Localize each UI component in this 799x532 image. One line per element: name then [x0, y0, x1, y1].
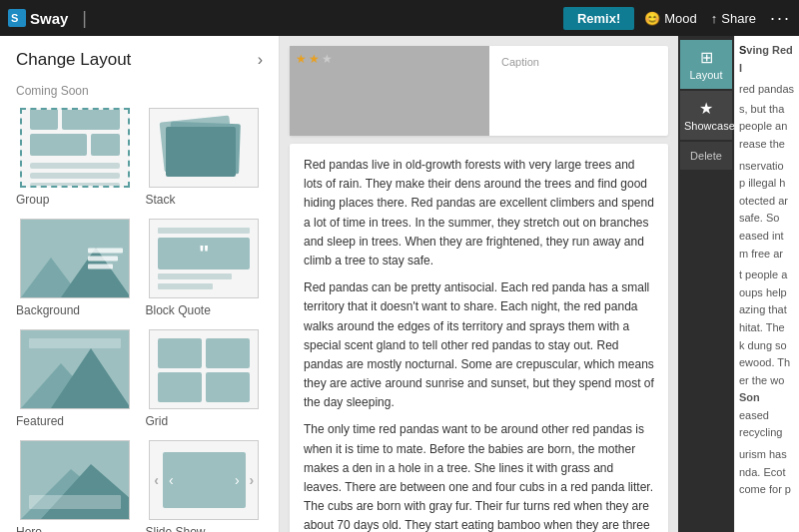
topbar-divider: |: [82, 8, 87, 29]
share-icon: ↑: [711, 11, 718, 26]
layout-action-button[interactable]: ⊞ Layout: [680, 40, 732, 89]
left-panel: Change Layout › Coming Soon Group: [0, 36, 280, 532]
mood-icon: 😊: [644, 11, 660, 26]
layout-item-grid[interactable]: Grid: [146, 329, 264, 428]
layout-thumb-hero[interactable]: [20, 440, 130, 520]
more-button[interactable]: ···: [770, 8, 791, 29]
layout-item-blockquote[interactable]: " Block Quote: [146, 219, 264, 317]
layout-label-group: Group: [16, 193, 49, 207]
content-scroll[interactable]: ★ ★ ★ Caption Red pandas live in old-gro…: [280, 36, 678, 532]
layout-label-hero: Hero: [16, 525, 42, 532]
layout-label-blockquote: Block Quote: [146, 303, 211, 317]
far-right-panel: Sving Red I red pandas s, but tha people…: [734, 36, 799, 532]
layout-label-featured: Featured: [16, 414, 64, 428]
layout-thumb-stack[interactable]: [149, 108, 259, 188]
main-layout: Change Layout › Coming Soon Group: [0, 36, 799, 532]
card-1-caption: Caption: [501, 56, 656, 68]
app-logo: S Sway: [8, 9, 68, 27]
panel-header: Change Layout ›: [0, 36, 279, 80]
close-icon[interactable]: ›: [258, 51, 263, 69]
card-2-text: Red pandas live in old-growth forests wi…: [290, 144, 668, 532]
card-1: ★ ★ ★ Caption: [290, 46, 668, 136]
card-1-text: Caption: [489, 46, 668, 136]
layout-thumb-background[interactable]: [20, 219, 130, 298]
card-1-image: ★ ★ ★: [290, 46, 489, 136]
layout-label-stack: Stack: [146, 193, 176, 207]
showcase-action-button[interactable]: ★ Showcase: [680, 91, 732, 140]
mood-button[interactable]: 😊 Mood: [644, 11, 697, 26]
layout-item-featured[interactable]: Featured: [16, 329, 134, 428]
layout-item-hero[interactable]: Hero: [16, 440, 134, 532]
right-area: ★ ★ ★ Caption Red pandas live in old-gro…: [280, 36, 799, 532]
svg-text:S: S: [11, 12, 18, 24]
layout-label-slideshow: Slide Show: [146, 525, 206, 532]
remix-button[interactable]: Remix!: [563, 7, 634, 30]
far-right-text: Sving Red I red pandas s, but tha people…: [739, 42, 795, 499]
layout-label-grid: Grid: [146, 414, 169, 428]
showcase-icon: ★: [684, 99, 728, 118]
layout-item-group[interactable]: Group: [16, 108, 134, 207]
layout-item-stack[interactable]: Stack: [146, 108, 264, 207]
layout-item-background[interactable]: Background: [16, 219, 134, 317]
card-2: Red pandas live in old-growth forests wi…: [290, 144, 668, 532]
layout-item-slideshow[interactable]: ‹ ‹ › › Slide Show: [146, 440, 264, 532]
layout-thumb-grid[interactable]: [149, 329, 259, 409]
panel-title: Change Layout: [16, 50, 131, 70]
layout-grid: Group Stack: [0, 108, 279, 532]
layout-thumb-blockquote[interactable]: ": [149, 219, 259, 298]
layout-thumb-slideshow[interactable]: ‹ ‹ › ›: [149, 440, 259, 520]
share-button[interactable]: ↑ Share: [711, 11, 756, 26]
layout-label-background: Background: [16, 303, 80, 317]
card-1-stars: ★ ★ ★: [296, 52, 333, 66]
layout-thumb-featured[interactable]: [20, 329, 130, 409]
layout-thumb-group[interactable]: [20, 108, 130, 188]
topbar: S Sway | Remix! 😊 Mood ↑ Share ···: [0, 0, 799, 36]
coming-soon-label: Coming Soon: [0, 80, 279, 108]
layout-icon: ⊞: [684, 48, 728, 67]
delete-action-button[interactable]: Delete: [680, 142, 732, 170]
side-actions: ⊞ Layout ★ Showcase Delete: [678, 36, 734, 532]
